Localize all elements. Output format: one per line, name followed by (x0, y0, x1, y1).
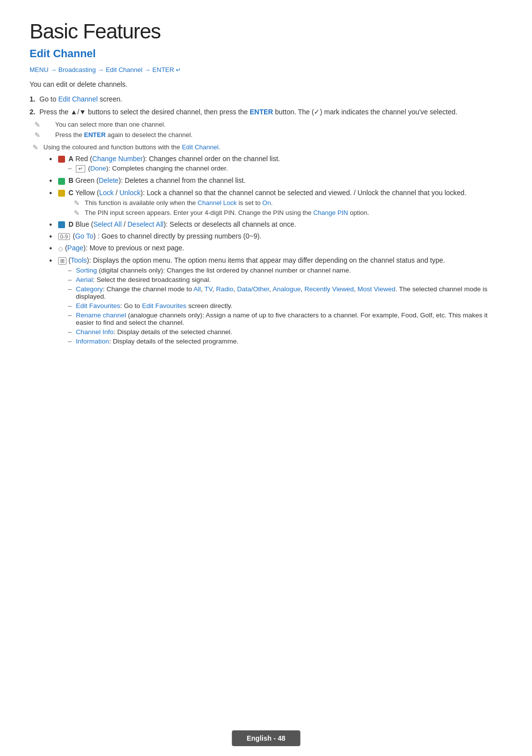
analogue-link: Analogue (272, 285, 300, 293)
step-1-text: Go to Edit Channel screen. (39, 95, 122, 103)
tools-link: Tools (71, 256, 87, 264)
green-badge (58, 178, 65, 185)
information-link: Information (76, 338, 109, 345)
yellow-note-2: The PIN input screen appears. Enter your… (58, 209, 502, 216)
unlock-link: Unlock (119, 189, 140, 197)
arrow3: → (142, 66, 152, 73)
steps-list: 1. Go to Edit Channel screen. 2. Press t… (30, 95, 502, 116)
using-note: Using the coloured and function buttons … (30, 143, 502, 151)
page-title: Basic Features (30, 20, 502, 43)
radio-link: Radio (216, 285, 233, 293)
change-number-link: Change Number (92, 155, 143, 163)
feature-list: A Red (Change Number): Changes channel o… (30, 155, 502, 345)
tools-sorting: Sorting (digital channels only): Changes… (68, 267, 502, 274)
step-2-text: Press the ▲/▼ buttons to select the desi… (39, 108, 457, 116)
arrow1: → (48, 66, 58, 73)
page-link: Page (67, 244, 84, 252)
feature-yellow: C Yellow (Lock / Unlock): Lock a channel… (49, 189, 502, 216)
deselect-all-link: Deselect All (128, 220, 164, 228)
step-1-num: 1. (30, 95, 35, 103)
done-icon: ↵ (76, 165, 85, 172)
done-link: Done (90, 165, 106, 172)
feature-goto: 0-9 (Go To) : Goes to channel directly b… (49, 232, 502, 240)
blue-label: D (68, 220, 73, 228)
step-2: 2. Press the ▲/▼ buttons to select the d… (30, 108, 502, 116)
red-badge (58, 156, 65, 163)
aerial-link: Aerial (76, 276, 93, 283)
enter-icon: ↵ (174, 67, 180, 73)
yellow-note-1: This function is available only when the… (58, 199, 502, 206)
intro-text: You can edit or delete channels. (30, 80, 502, 88)
delete-link: Delete (99, 176, 118, 184)
tools-channel-info: Channel Info: Display details of the sel… (68, 328, 502, 336)
footer-text: English - 48 (247, 734, 286, 742)
step2-note-1: You can select more than one channel. (30, 121, 502, 128)
edit-channel-note-link: Edit Channel (182, 143, 218, 151)
edit-favs-link1: Edit Favourites (76, 302, 120, 309)
category-link: Category (76, 285, 103, 293)
tools-edit-favs: Edit Favourites: Go to Edit Favourites s… (68, 302, 502, 309)
red-label: A (68, 155, 73, 163)
tools-rename: Rename channel (analogue channels only):… (68, 311, 502, 326)
broadcasting-link: Broadcasting (59, 66, 96, 73)
tools-category: Category: Change the channel mode to All… (68, 285, 502, 300)
tools-badge: ⊞ (58, 257, 66, 265)
channel-lock-link: Channel Lock (198, 199, 237, 206)
rename-link: Rename channel (76, 311, 126, 319)
menu-path: MENU → Broadcasting → Edit Channel → ENT… (30, 66, 502, 73)
menu-label: MENU (30, 66, 48, 73)
lock-link: Lock (99, 189, 114, 197)
red-sub-done: ↵ (Done): Completes changing the channel… (68, 165, 502, 172)
sorting-link: Sorting (76, 267, 97, 274)
select-all-link: Select All (93, 220, 122, 228)
on-link: On (263, 199, 271, 206)
step-1: 1. Go to Edit Channel screen. (30, 95, 502, 103)
green-label: B (68, 176, 73, 184)
footer-bar: English - 48 (232, 730, 300, 746)
tools-information: Information: Display details of the sele… (68, 338, 502, 345)
step2-note-2: Press the ENTER again to deselect the ch… (30, 131, 502, 138)
tools-sub-list: Sorting (digital channels only): Changes… (58, 267, 502, 345)
yellow-label: C (68, 189, 73, 197)
page-badge: ◇ (58, 245, 63, 252)
yellow-badge (58, 190, 65, 197)
feature-green: B Green (Delete): Deletes a channel from… (49, 176, 502, 184)
red-sub-list: ↵ (Done): Completes changing the channel… (58, 165, 502, 172)
arrow2: → (96, 66, 105, 73)
enter-label: ENTER (152, 66, 174, 73)
section-title: Edit Channel (30, 47, 502, 60)
num-badge: 0-9 (58, 233, 70, 240)
edit-channel-link: Edit Channel (106, 66, 142, 73)
go-to-link: Go To (75, 232, 93, 240)
main-content: Basic Features Edit Channel MENU → Broad… (30, 20, 502, 388)
edit-channel-step1-link: Edit Channel (58, 95, 98, 103)
blue-badge (58, 221, 65, 228)
feature-blue: D Blue (Select All / Deselect All): Sele… (49, 220, 502, 228)
feature-red: A Red (Change Number): Changes channel o… (49, 155, 502, 172)
change-pin-link: Change PIN (313, 209, 348, 216)
edit-favs-link2: Edit Favourites (142, 302, 186, 309)
dataother-link: Data/Other (237, 285, 269, 293)
enter-key: ENTER (250, 108, 273, 116)
enter-key-2: ENTER (84, 131, 106, 138)
tools-aerial: Aerial: Select the desired broadcasting … (68, 276, 502, 283)
step-2-num: 2. (30, 108, 35, 116)
most-viewed-link: Most Viewed (358, 285, 396, 293)
channel-info-link: Channel Info (76, 328, 114, 336)
feature-page: ◇ (Page): Move to previous or next page. (49, 244, 502, 252)
tv-link: TV (204, 285, 212, 293)
feature-tools: ⊞ (Tools): Displays the option menu. The… (49, 256, 502, 345)
all-link: All (194, 285, 201, 293)
recently-viewed-link: Recently Viewed (304, 285, 354, 293)
